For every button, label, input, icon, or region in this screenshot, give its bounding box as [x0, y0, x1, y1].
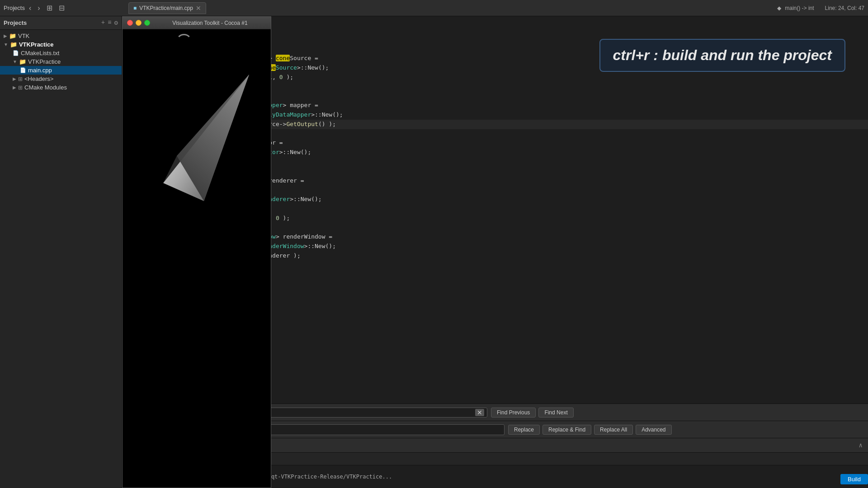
replace-all-button[interactable]: Replace All	[594, 425, 633, 435]
find-next-button[interactable]: Find Next	[538, 408, 573, 418]
collapse-arrow-headers: ▶	[13, 76, 16, 81]
file-tab-icon: ■	[133, 5, 137, 11]
search-clear-button[interactable]: ✕	[475, 409, 484, 416]
top-bar-left: Projects ‹ › ⊞ ⊟	[4, 3, 126, 13]
add-icon[interactable]: +	[101, 19, 105, 27]
top-bar: Projects ‹ › ⊞ ⊟ ■ VTKPractice/main.cpp …	[0, 0, 868, 16]
maximize-button[interactable]	[144, 20, 150, 26]
build-button[interactable]: Build	[840, 474, 868, 484]
cursor-position: Line: 24, Col: 47	[825, 5, 864, 11]
folder-icon-vtkpractice: 📁	[10, 41, 17, 48]
sidebar-item-label-cmake-modules: CMake Modules	[24, 84, 67, 91]
vtk-titlebar: Visualization Toolkit - Cocoa #1	[123, 17, 271, 29]
tooltip-text: ctrl+r : build and run the project	[613, 47, 832, 63]
code-editor: Visualization Toolkit - Cocoa #1	[122, 16, 868, 488]
sidebar-item-headers[interactable]: ▶ ⊞ <Headers>	[0, 75, 122, 83]
folder-icon-vtkpractice-sub: 📁	[19, 58, 26, 65]
sidebar-item-label-maincpp: main.cpp	[28, 67, 52, 74]
sidebar-item-label-headers: <Headers>	[24, 75, 53, 82]
sidebar-item-maincpp[interactable]: 📄 main.cpp	[0, 66, 122, 75]
sidebar-item-label-vtk: VTK	[18, 33, 29, 39]
sidebar-item-label-vtkpractice: VTKPractice	[19, 41, 54, 48]
function-label: main() -> int	[785, 5, 814, 11]
nav-back-button[interactable]: ‹	[27, 3, 33, 13]
collapse-arrow-vtk: ▶	[4, 33, 7, 38]
sidebar-item-vtkpractice[interactable]: ▼ 📁 VTKPractice	[0, 40, 122, 49]
sidebar-header: Projects + ≡ ⚙	[0, 16, 122, 30]
cone-visualization	[150, 66, 258, 212]
file-tab-label: VTKPractice/main.cpp	[139, 5, 193, 11]
expand-button[interactable]: ⊟	[57, 3, 67, 13]
collapse-arrow-vtkpractice: ▼	[4, 42, 8, 47]
top-bar-right: ◆ main() -> int Line: 24, Col: 47	[777, 5, 864, 11]
replace-find-button[interactable]: Replace & Find	[542, 425, 591, 435]
vtk-render-area[interactable]	[123, 29, 271, 488]
sidebar-title: Projects	[4, 19, 27, 26]
folder-icon-vtk: 📁	[9, 33, 16, 39]
vtk-window-title: Visualization Toolkit - Cocoa #1	[154, 20, 266, 26]
sidebar-item-vtk[interactable]: ▶ 📁 VTK	[0, 32, 122, 40]
find-previous-button[interactable]: Find Previous	[491, 408, 536, 418]
keyboard-shortcut-tooltip: ctrl+r : build and run the project	[599, 39, 845, 72]
nav-forward-button[interactable]: ›	[35, 3, 42, 13]
sidebar: Projects + ≡ ⚙ ▶ 📁 VTK ▼ 📁 VTKPractice	[0, 16, 122, 488]
advanced-button[interactable]: Advanced	[636, 425, 671, 435]
replace-button[interactable]: Replace	[508, 425, 540, 435]
sidebar-icons: + ≡ ⚙	[101, 19, 118, 27]
project-tree: ▶ 📁 VTK ▼ 📁 VTKPractice 📄 CMakeLists.txt…	[0, 30, 122, 488]
function-selector-icon: ◆	[777, 5, 781, 11]
collapse-output-icon[interactable]: ∧	[857, 441, 864, 450]
minimize-button[interactable]	[136, 20, 142, 26]
projects-label: Projects	[4, 5, 25, 11]
file-icon-maincpp: 📄	[20, 67, 26, 73]
file-icon-cmakelists: 📄	[13, 50, 19, 56]
sidebar-item-label-cmakelists: CMakeLists.txt	[21, 50, 59, 56]
close-tab-icon[interactable]: ✕	[196, 5, 201, 12]
top-bar-center: ■ VTKPractice/main.cpp ✕	[128, 2, 774, 14]
settings-icon[interactable]: ⚙	[114, 19, 118, 27]
vtk-window: Visualization Toolkit - Cocoa #1	[122, 16, 271, 488]
spinning-cursor	[176, 34, 192, 50]
sidebar-item-cmakelists[interactable]: 📄 CMakeLists.txt	[0, 49, 122, 57]
replace-actions: Replace Replace & Find Replace All Advan…	[508, 425, 672, 435]
file-tab[interactable]: ■ VTKPractice/main.cpp ✕	[128, 2, 206, 14]
sidebar-item-vtkpractice-sub[interactable]: ▼ 📁 VTKPractice	[0, 57, 122, 66]
filter-icon[interactable]: ≡	[108, 19, 111, 27]
search-actions: Find Previous Find Next	[491, 408, 574, 418]
close-button[interactable]	[127, 20, 133, 26]
collapse-arrow-cmake-modules: ▶	[13, 85, 16, 90]
main-content: Projects + ≡ ⚙ ▶ 📁 VTK ▼ 📁 VTKPractice	[0, 16, 868, 488]
group-icon-headers: ⊞	[18, 76, 23, 82]
collapse-arrow-vtkpractice-sub: ▼	[13, 59, 17, 64]
group-icon-cmake-modules: ⊞	[18, 84, 23, 91]
hierarchy-button[interactable]: ⊞	[44, 3, 55, 13]
sidebar-item-label-vtkpractice-sub: VTKPractice	[28, 58, 61, 65]
sidebar-item-cmake-modules[interactable]: ▶ ⊞ CMake Modules	[0, 83, 122, 92]
vtk-traffic-lights	[127, 20, 150, 26]
